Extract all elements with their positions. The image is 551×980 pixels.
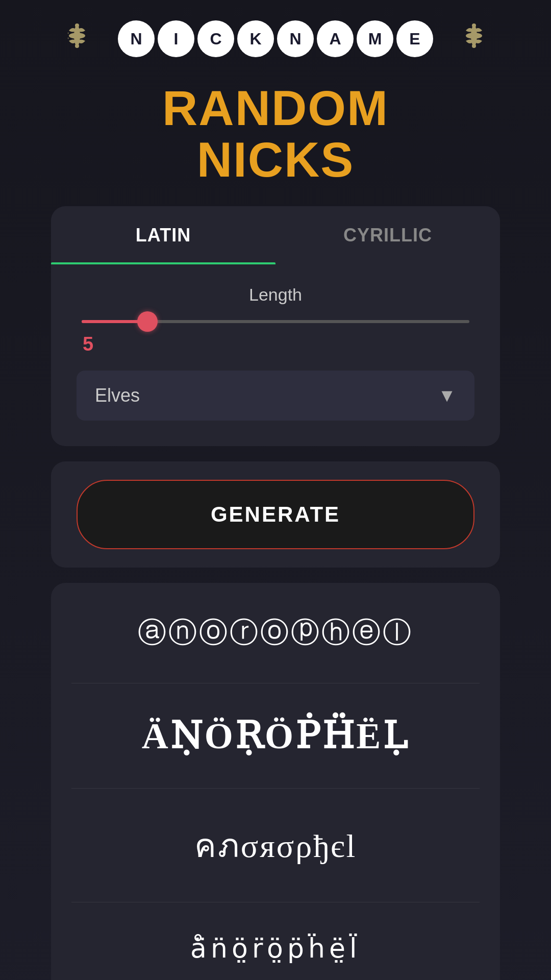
title-line2: NICKS bbox=[162, 134, 389, 186]
svg-point-7 bbox=[472, 44, 476, 48]
nick-letter-n: N bbox=[118, 20, 155, 57]
app-container: N I C K N A M E bbox=[0, 0, 551, 980]
slider-value: 5 bbox=[83, 333, 474, 355]
nick-combining-text: å̈n̈ö̤r̈ö̤p̈ḧë̤l̈ bbox=[71, 933, 480, 964]
deco-left-icon bbox=[68, 15, 114, 62]
slider-container[interactable] bbox=[77, 320, 474, 323]
results-card: ⓐⓝⓞⓡⓞⓟⓗⓔⓛ ÄṆÖṚÖṖḦËḶ คภσяσρђєl å̈n̈ö̤r̈ö̤… bbox=[51, 583, 500, 980]
deco-right-icon bbox=[437, 15, 483, 62]
nick-variant-circled[interactable]: ⓐⓝⓞⓡⓞⓟⓗⓔⓛ bbox=[71, 608, 480, 657]
tab-card: LATIN CYRILLIC Length 5 Elves ▼ bbox=[51, 206, 500, 446]
svg-point-1 bbox=[74, 26, 80, 46]
svg-point-6 bbox=[472, 23, 476, 28]
settings-area: Length 5 Elves ▼ bbox=[51, 264, 500, 446]
tab-row: LATIN CYRILLIC bbox=[51, 206, 500, 264]
nick-circled-text: ⓐⓝⓞⓡⓞⓟⓗⓔⓛ bbox=[71, 614, 480, 652]
nick-letter-e: E bbox=[396, 20, 433, 57]
svg-point-3 bbox=[75, 44, 79, 48]
svg-point-2 bbox=[75, 23, 79, 28]
header-logo: N I C K N A M E bbox=[68, 15, 483, 62]
dropdown-container[interactable]: Elves ▼ bbox=[77, 371, 474, 421]
generate-button[interactable]: GENERATE bbox=[77, 480, 474, 549]
slider-thumb[interactable] bbox=[137, 311, 158, 332]
nick-diacritic-text: ÄṆÖṚÖṖḦËḶ bbox=[71, 714, 480, 757]
main-title: RANDOM NICKS bbox=[162, 83, 389, 186]
nick-letters: N I C K N A M E bbox=[118, 20, 433, 57]
title-section: RANDOM NICKS bbox=[162, 67, 389, 206]
nick-variant-medieval[interactable]: คภσяσρђєl bbox=[71, 814, 480, 876]
dropdown-label: Elves bbox=[95, 385, 140, 406]
nick-variant-diacritic[interactable]: ÄṆÖṚÖṖḦËḶ bbox=[71, 709, 480, 763]
nick-letter-k: K bbox=[237, 20, 274, 57]
nick-letter-c: C bbox=[197, 20, 234, 57]
title-line1: RANDOM bbox=[162, 83, 389, 134]
nick-medieval-text: คภσяσρђєl bbox=[71, 819, 480, 871]
nick-letter-i: I bbox=[158, 20, 194, 57]
length-label: Length bbox=[77, 285, 474, 305]
svg-point-5 bbox=[471, 26, 477, 46]
nick-letter-m: M bbox=[357, 20, 393, 57]
slider-track[interactable] bbox=[82, 320, 469, 323]
generate-card: GENERATE bbox=[51, 461, 500, 568]
divider-2 bbox=[71, 788, 480, 789]
dropdown-arrow-icon: ▼ bbox=[438, 385, 456, 406]
tab-cyrillic[interactable]: CYRILLIC bbox=[276, 206, 500, 264]
divider-1 bbox=[71, 683, 480, 683]
nick-letter-n2: N bbox=[277, 20, 314, 57]
divider-3 bbox=[71, 902, 480, 902]
tab-latin[interactable]: LATIN bbox=[51, 206, 276, 264]
nick-letter-a: A bbox=[317, 20, 354, 57]
header: N I C K N A M E bbox=[0, 0, 551, 67]
nick-variant-combining[interactable]: å̈n̈ö̤r̈ö̤p̈ḧë̤l̈ bbox=[71, 928, 480, 969]
